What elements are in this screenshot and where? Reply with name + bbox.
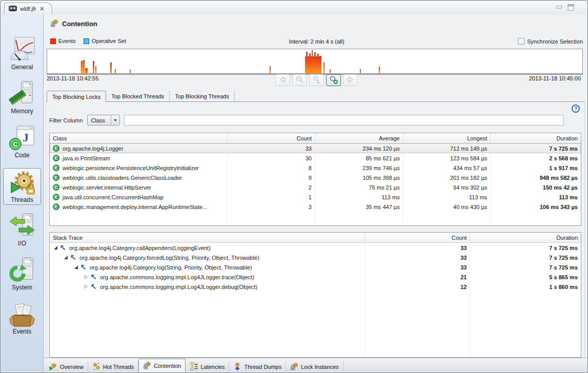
table-row[interactable]: Cweblogic.utils.classloaders.GenericClas… (50, 173, 581, 182)
class-icon: C (53, 184, 59, 191)
column-header-average[interactable]: Average (315, 133, 403, 143)
count-cell: 8 (228, 163, 315, 173)
timeline-chart[interactable] (47, 49, 583, 75)
sidebar-item-i-o[interactable]: I/O (3, 212, 41, 249)
longest-cell: 40 ms 430 µs (403, 202, 491, 212)
page-tab-lock-instances[interactable]: Lock Instances (286, 361, 343, 372)
page-tab-label: Overview (60, 364, 84, 370)
stack-trace-row[interactable]: org.apache.log4j.Category.forcedLog(Stri… (50, 253, 581, 262)
lock-view-tabs: Top Blocking Locks Top Blocked Threads T… (47, 91, 235, 101)
column-header-class[interactable]: Class (50, 133, 228, 143)
event-spike (330, 69, 331, 73)
filter-input[interactable] (124, 115, 564, 126)
tree-toggle[interactable] (84, 284, 89, 289)
stack-count-cell: 33 (365, 243, 471, 253)
page-tab-hot-threads[interactable]: Hot Threads (88, 361, 138, 372)
column-header-longest[interactable]: Longest (403, 133, 491, 143)
tree-toggle[interactable] (63, 255, 68, 260)
filter-column-label: Filter Column (49, 117, 83, 123)
class-icon: C (53, 145, 59, 152)
event-spike (317, 54, 319, 73)
column-header-duration[interactable]: Duration (491, 133, 581, 143)
page-tab-latencies[interactable]: Latencies (186, 361, 229, 372)
stack-trace-row[interactable]: org.apache.commons.logging.impl.Log4JLog… (50, 272, 581, 282)
tree-toggle[interactable] (53, 245, 58, 250)
forward-arrow-icon (346, 75, 355, 84)
average-cell: 35 ms 447 µs (315, 202, 403, 212)
class-icon: C (53, 164, 59, 171)
stack-trace-table: Stack Trace Count Duration org.apache.lo… (49, 232, 581, 358)
stack-trace-row[interactable]: org.apache.log4j.Category.callAppenders(… (50, 243, 581, 253)
zoom-out-button[interactable] (292, 74, 307, 86)
sidebar-item-general[interactable]: General (3, 36, 41, 73)
column-header-stack-count[interactable]: Count (365, 233, 471, 242)
sidebar-item-system[interactable]: System (3, 256, 41, 293)
longest-cell: 94 ms 302 µs (403, 182, 491, 192)
stack-trace-row[interactable]: org.apache.commons.logging.impl.Log4JLog… (50, 282, 581, 292)
zoom-in-button[interactable] (326, 74, 341, 86)
tree-toggle[interactable] (73, 265, 78, 270)
column-header-count[interactable]: Count (228, 133, 315, 143)
table-row[interactable]: Corg.apache.log4j.Logger 33 234 ms 120 µ… (50, 143, 581, 153)
frame-name: org.apache.commons.logging.impl.Log4JLog… (100, 274, 254, 280)
longest-cell: 113 ms (403, 192, 491, 202)
page-tab-overview[interactable]: Overview (45, 361, 88, 372)
table-row[interactable]: Cjava.util.concurrent.ConcurrentHashMap … (50, 192, 581, 202)
count-cell: 33 (228, 143, 315, 153)
synchronize-selection-checkbox[interactable] (518, 38, 524, 45)
class-name: weblogic.utils.classloaders.GenericClass… (63, 175, 182, 181)
legend-row: Events Operative Set Interval: 2 min 4 s… (50, 38, 583, 46)
synchronize-selection[interactable]: Synchronize Selection (518, 38, 583, 45)
sidebar-item-threads[interactable]: Threads (3, 168, 41, 205)
sidebar-item-label: Events (13, 328, 32, 335)
filter-column-dropdown[interactable]: Class (87, 115, 120, 126)
editor-tab-wldf[interactable]: wldf.jfr (4, 3, 52, 14)
tab[interactable]: Top Blocking Threads (170, 91, 235, 101)
minimize-button[interactable] (556, 4, 563, 11)
event-spike (115, 69, 116, 73)
back-arrow-icon (278, 75, 287, 84)
stack-frame-icon (91, 274, 96, 280)
locks-table-empty-area (50, 212, 581, 225)
column-header-stack-duration[interactable]: Duration (470, 233, 581, 242)
event-spike (314, 52, 316, 73)
class-name: weblogic.servlet.internal.HttpServer (63, 184, 151, 191)
locks-table-header: Class Count Average Longest Duration (50, 133, 581, 143)
tab[interactable]: Top Blocked Threads (106, 91, 170, 101)
sidebar-item-memory[interactable]: Memory (3, 80, 41, 117)
tab[interactable]: Top Blocking Locks (47, 91, 106, 102)
sidebar-item-code[interactable]: JC Code (3, 124, 41, 161)
stack-trace-row[interactable]: org.apache.log4j.Category.log(String, Pr… (50, 262, 581, 272)
duration-cell: 7 s 725 ms (491, 143, 581, 153)
page-tab-contention[interactable]: Contention (138, 359, 186, 372)
tree-toggle[interactable] (84, 275, 89, 279)
table-row[interactable]: Cweblogic.management.deploy.internal.App… (50, 202, 581, 212)
maximize-button[interactable] (567, 4, 575, 11)
table-row[interactable]: Cweblogic.persistence.PersistenceUnitReg… (50, 163, 581, 173)
event-spike (320, 56, 321, 73)
sidebar-item-events[interactable]: Events (3, 300, 41, 337)
system-icon (9, 257, 35, 283)
event-spike (270, 66, 271, 73)
column-header-stack-trace[interactable]: Stack Trace (50, 233, 365, 242)
events-icon (9, 301, 35, 327)
table-row[interactable]: Cweblogic.servlet.internal.HttpServer 2 … (50, 182, 581, 192)
page-title-text: Contention (62, 20, 97, 28)
average-cell: 75 ms 21 µs (315, 182, 403, 192)
sidebar-item-label: Threads (11, 196, 33, 203)
average-cell: 113 ms (315, 192, 403, 202)
class-name: java.util.concurrent.ConcurrentHashMap (63, 194, 164, 200)
event-spike (323, 63, 325, 73)
svg-text:C: C (13, 140, 18, 148)
zoom-selection-button[interactable] (309, 74, 324, 86)
tab-label: Top Blocking Locks (52, 94, 100, 100)
forward-button[interactable] (343, 74, 358, 86)
table-row[interactable]: Cjava.io.PrintStream 30 85 ms 621 µs 123… (50, 153, 581, 163)
page-tab-thread-dumps[interactable]: Thread Dumps (229, 361, 286, 372)
duration-cell: 1 s 917 ms (491, 163, 581, 173)
class-icon: C (53, 155, 59, 161)
stack-table-header: Stack Trace Count Duration (50, 233, 581, 243)
help-icon[interactable]: ? (572, 105, 580, 113)
back-button[interactable] (275, 74, 290, 86)
close-icon[interactable] (39, 6, 45, 11)
